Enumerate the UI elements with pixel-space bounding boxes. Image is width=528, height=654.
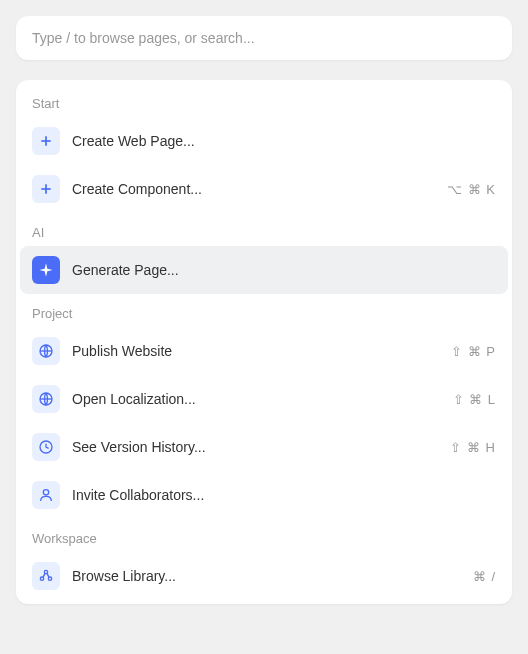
menu-item-open-localization[interactable]: Open Localization... ⇧ ⌘ L [20, 375, 508, 423]
clock-icon [32, 433, 60, 461]
menu-item-version-history[interactable]: See Version History... ⇧ ⌘ H [20, 423, 508, 471]
menu-item-label: Create Component... [72, 181, 447, 197]
plus-icon [32, 127, 60, 155]
shortcut: ⇧ ⌘ H [450, 440, 496, 455]
svg-point-9 [43, 490, 48, 495]
section-header-ai: AI [16, 213, 512, 246]
menu-item-label: See Version History... [72, 439, 450, 455]
svg-point-12 [48, 577, 51, 580]
menu-item-label: Browse Library... [72, 568, 473, 584]
search-bar[interactable] [16, 16, 512, 60]
globe-icon [32, 385, 60, 413]
svg-point-11 [40, 577, 43, 580]
globe-icon [32, 337, 60, 365]
menu-item-label: Generate Page... [72, 262, 496, 278]
section-header-start: Start [16, 84, 512, 117]
command-menu: Start Create Web Page... Create Componen… [16, 80, 512, 604]
shortcut: ⌘ / [473, 569, 496, 584]
shortcut: ⇧ ⌘ P [451, 344, 496, 359]
svg-point-10 [44, 570, 47, 573]
person-icon [32, 481, 60, 509]
menu-item-label: Open Localization... [72, 391, 453, 407]
menu-item-create-web-page[interactable]: Create Web Page... [20, 117, 508, 165]
section-header-workspace: Workspace [16, 519, 512, 552]
svg-line-13 [43, 573, 45, 577]
shortcut: ⌥ ⌘ K [447, 182, 496, 197]
svg-line-14 [47, 573, 49, 577]
menu-item-browse-library[interactable]: Browse Library... ⌘ / [20, 552, 508, 600]
menu-item-label: Create Web Page... [72, 133, 496, 149]
menu-item-create-component[interactable]: Create Component... ⌥ ⌘ K [20, 165, 508, 213]
menu-item-invite-collaborators[interactable]: Invite Collaborators... [20, 471, 508, 519]
menu-item-label: Publish Website [72, 343, 451, 359]
menu-item-publish-website[interactable]: Publish Website ⇧ ⌘ P [20, 327, 508, 375]
section-header-project: Project [16, 294, 512, 327]
sparkle-icon [32, 256, 60, 284]
plus-icon [32, 175, 60, 203]
shortcut: ⇧ ⌘ L [453, 392, 496, 407]
library-icon [32, 562, 60, 590]
menu-item-generate-page[interactable]: Generate Page... [20, 246, 508, 294]
menu-item-label: Invite Collaborators... [72, 487, 496, 503]
search-input[interactable] [32, 30, 496, 46]
